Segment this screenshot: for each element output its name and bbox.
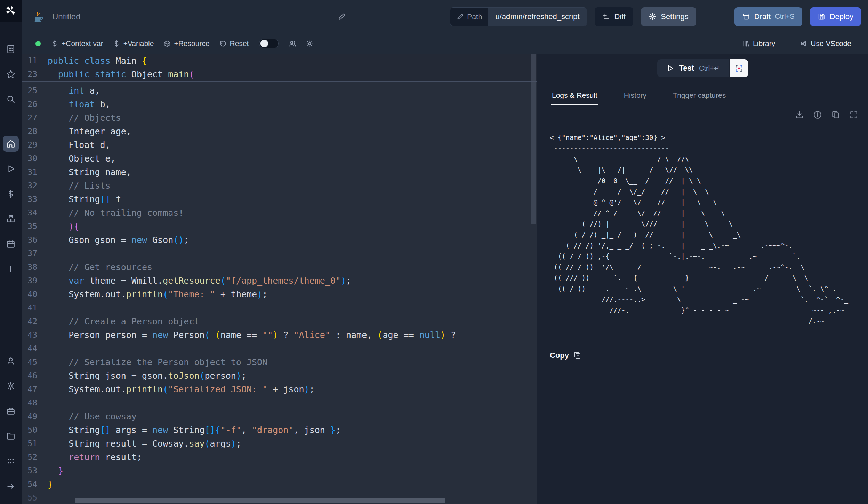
code-text: String[] args = new String[]{"-f", "drag… bbox=[48, 423, 341, 437]
line-number: 41 bbox=[22, 301, 37, 315]
code-line[interactable]: 42 // Create a Person object bbox=[22, 315, 537, 328]
code-line[interactable]: 43 Person person = new Person( (name == … bbox=[22, 328, 537, 342]
line-number: 37 bbox=[22, 247, 37, 260]
test-button[interactable]: Test Ctrl+↵ bbox=[657, 59, 729, 77]
path-field[interactable]: Path u/admin/refreshed_script bbox=[450, 7, 587, 26]
gear-icon bbox=[306, 40, 313, 47]
arrow-right-icon bbox=[6, 482, 15, 491]
test-row: Test Ctrl+↵ bbox=[537, 59, 868, 77]
code-line[interactable]: 46 String json = gson.toJson(person); bbox=[22, 369, 537, 383]
code-editor[interactable]: 11public class Main {23 public static Ob… bbox=[22, 54, 537, 504]
calculator-icon bbox=[6, 45, 15, 54]
code-line[interactable]: 34 // No trailing commas! bbox=[22, 206, 537, 220]
result-actions bbox=[537, 105, 868, 119]
edit-title-button[interactable] bbox=[338, 13, 346, 21]
result-info-button[interactable] bbox=[813, 110, 822, 119]
code-text: Gson gson = new Gson(); bbox=[48, 233, 189, 247]
collapse-sidebar-button[interactable] bbox=[3, 478, 19, 494]
code-line[interactable]: 44 bbox=[22, 342, 537, 355]
copy-result-icon-button[interactable] bbox=[831, 110, 840, 119]
diff-button[interactable]: Diff bbox=[595, 7, 634, 26]
code-line[interactable]: 49 // Use cowsay bbox=[22, 410, 537, 423]
sidebar-item-settings[interactable] bbox=[3, 378, 19, 394]
sidebar-item-variables[interactable] bbox=[3, 186, 19, 202]
copy-result-button[interactable]: Copy bbox=[550, 351, 581, 360]
collaborators-button[interactable] bbox=[284, 37, 301, 50]
code-line[interactable]: 51 String result = Cowsay.say(args); bbox=[22, 437, 537, 450]
code-line[interactable]: 40 System.out.println("Theme: " + theme)… bbox=[22, 288, 537, 301]
deploy-button[interactable]: Deploy bbox=[810, 7, 861, 26]
sidebar-item-apps-grid[interactable] bbox=[3, 453, 19, 469]
code-text: // Serialize the Person object to JSON bbox=[48, 355, 267, 369]
title-field[interactable]: Untitled bbox=[52, 12, 346, 22]
capture-button[interactable] bbox=[730, 59, 748, 77]
code-line[interactable]: 48 bbox=[22, 396, 537, 410]
sidebar-item-folders[interactable] bbox=[3, 428, 19, 444]
info-icon bbox=[813, 110, 822, 119]
code-line[interactable]: 50 String[] args = new String[]{"-f", "d… bbox=[22, 423, 537, 437]
code-line[interactable]: 28 Integer age, bbox=[22, 125, 537, 138]
code-line[interactable]: 32 // Lists bbox=[22, 179, 537, 192]
play-icon bbox=[666, 64, 674, 72]
code-line[interactable]: 35 ){ bbox=[22, 220, 537, 233]
sidebar-item-home[interactable] bbox=[3, 136, 19, 152]
code-line[interactable]: 52 return result; bbox=[22, 450, 537, 464]
line-number: 44 bbox=[22, 342, 37, 355]
editor-toolbar: +Context var +Variable +Resource Reset bbox=[22, 33, 868, 54]
code-line[interactable]: 37 bbox=[22, 247, 537, 260]
use-vscode-button[interactable]: Use VScode bbox=[795, 37, 856, 50]
tab-logs-result[interactable]: Logs & Result bbox=[551, 88, 598, 105]
reset-button[interactable]: Reset bbox=[215, 37, 254, 50]
code-line[interactable]: 30 Object e, bbox=[22, 152, 537, 165]
code-line[interactable]: 11public class Main { bbox=[22, 54, 537, 68]
draft-button[interactable]: Draft Ctrl+S bbox=[734, 7, 802, 26]
code-line[interactable]: 27 // Objects bbox=[22, 111, 537, 125]
add-variable-button[interactable]: +Variable bbox=[108, 37, 159, 50]
code-line[interactable]: 38 // Get resources bbox=[22, 260, 537, 274]
editor-horizontal-scrollbar[interactable] bbox=[75, 498, 445, 503]
sidebar-item-search[interactable] bbox=[3, 91, 19, 107]
code-line[interactable]: 31 String name, bbox=[22, 165, 537, 179]
code-text: System.out.println("Serialized JSON: " +… bbox=[48, 383, 315, 396]
windmill-logo[interactable] bbox=[0, 0, 22, 22]
code-line[interactable]: 23 public static Object main( bbox=[22, 68, 537, 81]
download-result-button[interactable] bbox=[795, 110, 804, 119]
variable-label: +Variable bbox=[123, 39, 154, 48]
code-line[interactable]: 41 bbox=[22, 301, 537, 315]
add-context-var-button[interactable]: +Context var bbox=[46, 37, 108, 50]
sidebar-item-workers[interactable] bbox=[3, 403, 19, 419]
line-number: 30 bbox=[22, 152, 37, 165]
tab-trigger-captures[interactable]: Trigger captures bbox=[672, 88, 726, 105]
code-line[interactable]: 29 Float d, bbox=[22, 138, 537, 152]
code-line[interactable]: 45 // Serialize the Person object to JSO… bbox=[22, 355, 537, 369]
toggle-switch[interactable] bbox=[259, 39, 279, 48]
sidebar-item-account[interactable] bbox=[3, 353, 19, 369]
sidebar-item-favorites[interactable] bbox=[3, 66, 19, 82]
library-button[interactable]: Library bbox=[738, 37, 780, 50]
code-line[interactable]: 33 String[] f bbox=[22, 192, 537, 206]
tab-history[interactable]: History bbox=[623, 88, 647, 105]
code-line[interactable]: 53 } bbox=[22, 464, 537, 478]
sidebar-item-calculator[interactable] bbox=[3, 41, 19, 57]
line-number: 55 bbox=[22, 491, 37, 504]
sidebar-item-resources[interactable] bbox=[3, 211, 19, 227]
code-line[interactable]: 47 System.out.println("Serialized JSON: … bbox=[22, 383, 537, 396]
expand-result-button[interactable] bbox=[849, 110, 858, 119]
pencil-icon bbox=[338, 13, 346, 21]
sidebar-item-runs[interactable] bbox=[3, 161, 19, 177]
code-line[interactable]: 36 Gson gson = new Gson(); bbox=[22, 233, 537, 247]
settings-button[interactable]: Settings bbox=[641, 7, 696, 26]
code-text: String name, bbox=[48, 165, 131, 179]
save-icon bbox=[818, 13, 826, 21]
code-line[interactable]: 54} bbox=[22, 478, 537, 491]
content-row: 11public class Main {23 public static Ob… bbox=[22, 54, 868, 504]
editor-settings-button[interactable] bbox=[301, 37, 318, 50]
sidebar-item-schedules[interactable] bbox=[3, 236, 19, 252]
reset-label: Reset bbox=[230, 39, 249, 48]
code-line[interactable]: 39 var theme = Wmill.getResource("f/app_… bbox=[22, 274, 537, 288]
editor-vertical-scrollbar[interactable] bbox=[531, 54, 536, 224]
sidebar-item-add[interactable] bbox=[3, 261, 19, 277]
code-line[interactable]: 26 float b, bbox=[22, 97, 537, 111]
add-resource-button[interactable]: +Resource bbox=[159, 37, 214, 50]
code-line[interactable]: 25 int a, bbox=[22, 84, 537, 97]
